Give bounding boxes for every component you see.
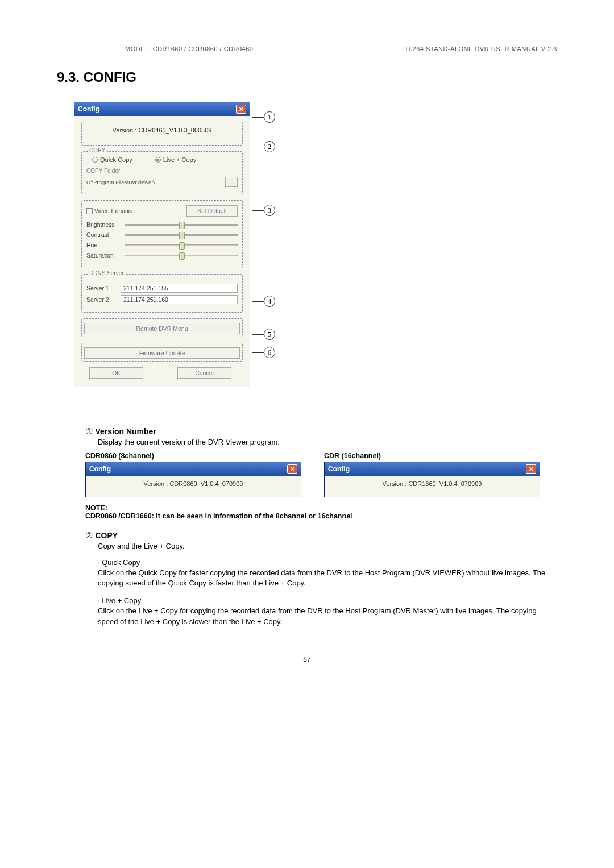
live-copy-label: Live + Copy (102, 596, 141, 605)
item2-desc: Copy and the Live + Copy. (85, 542, 557, 550)
server2-label: Server 2 (86, 296, 116, 303)
quick-copy-label: Quick Copy (102, 558, 140, 567)
left-mini-header: CDR0860 (8channel) (85, 452, 301, 460)
server1-input[interactable]: 211.174.251.155 (121, 284, 238, 293)
remote-dvr-button[interactable]: Remote DVR Menu (84, 323, 240, 334)
header-manual: H.264 STAND-ALONE DVR USER MANUAL V 2.6 (406, 45, 557, 52)
contrast-label: Contrast (86, 231, 119, 238)
set-default-button[interactable]: Set Default (186, 205, 238, 217)
copy-legend: COPY (88, 147, 107, 153)
firmware-wrap: Firmware Update (81, 343, 243, 362)
right-mini-version: Version : CDR1660_V1.0.4_070909 (333, 480, 532, 491)
callouts: 1 2 3 4 5 6 (256, 97, 284, 392)
browse-button[interactable]: ... (225, 177, 238, 187)
quick-copy-radio[interactable]: Quick Copy (92, 156, 132, 163)
server1-label: Server 1 (86, 285, 116, 292)
page-number: 87 (57, 655, 557, 663)
dialog-titlebar[interactable]: Config ✕ (74, 102, 250, 116)
item1-title: Version Number (95, 427, 156, 436)
contrast-slider[interactable] (125, 234, 238, 236)
remote-wrap: Remote DVR Menu (81, 318, 243, 337)
content: ① Version Number Display the current ver… (57, 426, 557, 627)
left-mini-title: Config (89, 465, 111, 473)
hue-slider[interactable] (125, 244, 238, 246)
brightness-slider[interactable] (125, 224, 238, 226)
saturation-label: Saturation (86, 252, 119, 259)
saturation-slider[interactable] (125, 255, 238, 256)
copy-group: COPY Quick Copy Live + Copy COPY Folder … (81, 151, 243, 194)
video-group: Video Enhance Set Default Brightness Con… (81, 200, 243, 268)
cancel-button[interactable]: Cancel (177, 367, 231, 379)
note-body: CDR0860 /CDR1660: It can be seen in info… (85, 512, 557, 520)
live-copy-radio[interactable]: Live + Copy (155, 156, 196, 163)
video-enhance-check[interactable]: Video Enhance (86, 207, 135, 215)
note: NOTE: CDR0860 /CDR1660: It can be seen i… (85, 504, 557, 520)
right-mini-header: CDR (16channel) (324, 452, 540, 460)
quick-copy-text: Click on the Quick Copy for faster copyi… (85, 568, 557, 588)
note-head: NOTE: (85, 504, 557, 512)
copy-folder-legend: COPY Folder (86, 168, 238, 174)
left-mini-version: Version : CDR0860_V1.0.4_070909 (94, 480, 293, 491)
version-box: Version : CDR0460_V1.0.3_060509 (81, 122, 243, 146)
page-header: MODEL: CDR1660 / CDR0860 / CDR0460 H.264… (57, 45, 557, 52)
header-model: MODEL: CDR1660 / CDR0860 / CDR0460 (57, 45, 253, 52)
bullet-icon: ▫ (98, 560, 100, 566)
item1-desc: Display the current version of the DVR V… (85, 438, 557, 446)
left-config-mini: Config✕ Version : CDR0860_V1.0.4_070909 (85, 462, 301, 497)
live-copy-text: Click on the Live + Copy for copying the… (85, 606, 557, 626)
firmware-update-button[interactable]: Firmware Update (84, 347, 240, 359)
ddns-legend: DDNS Server (88, 270, 126, 276)
right-config-mini: Config✕ Version : CDR1660_V1.0.4_070909 (324, 462, 540, 497)
right-mini-title: Config (328, 465, 350, 473)
callout-2-num: ② (85, 531, 93, 540)
config-dialog: Config ✕ Version : CDR0460_V1.0.3_060509… (74, 102, 250, 387)
item2-title: COPY (95, 531, 118, 540)
bullet-icon: ▫ (98, 598, 100, 604)
hue-label: Hue (86, 242, 119, 248)
server2-input[interactable]: 211.174.251.160 (121, 295, 238, 304)
close-icon[interactable]: ✕ (526, 464, 536, 474)
dialog-title: Config (78, 105, 99, 113)
ddns-group: DDNS Server Server 1211.174.251.155 Serv… (81, 274, 243, 313)
section-title: 9.3. CONFIG (57, 69, 557, 85)
ok-button[interactable]: OK (89, 367, 143, 379)
version-text: Version : CDR0460_V1.0.3_060509 (86, 127, 238, 134)
copy-folder-path: C:\Program Files\DvrViewer\ (86, 179, 155, 185)
brightness-label: Brightness (86, 221, 119, 228)
close-icon[interactable]: ✕ (236, 105, 246, 114)
callout-1-num: ① (85, 427, 93, 436)
close-icon[interactable]: ✕ (287, 464, 297, 474)
